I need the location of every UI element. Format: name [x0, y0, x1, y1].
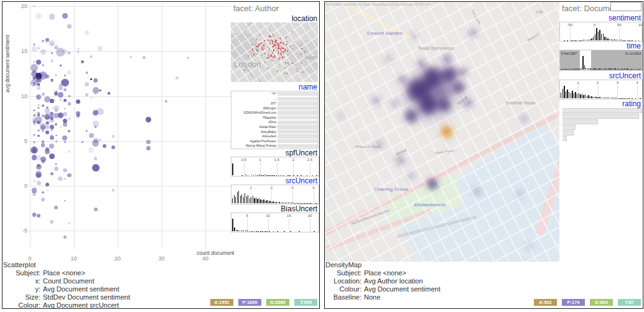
- author-name-list[interactable]: *T*...167360mgm32542HiHoSilverLinin76app…: [231, 91, 319, 149]
- name-field-label[interactable]: name: [299, 83, 317, 91]
- hist-bar: [596, 68, 597, 70]
- hist-bars: [561, 28, 642, 40]
- facet-corner-box[interactable]: [610, 2, 642, 11]
- srcUncert-histogram[interactable]: 1234: [559, 80, 643, 99]
- hist-tick-label: 1: [250, 186, 251, 190]
- srcUncert-histogram[interactable]: 1234: [231, 185, 319, 204]
- scatterplot-canvas[interactable]: 20151050-5010203040: [2, 2, 231, 260]
- hist-bar: [631, 69, 632, 70]
- author-dot: [279, 63, 280, 65]
- density-blob: [337, 112, 345, 121]
- name-list-row[interactable]: 360mgm: [231, 106, 318, 111]
- name-list-label: 167: [231, 101, 278, 105]
- author-dot: [292, 63, 293, 64]
- hist-bar: [274, 202, 275, 203]
- count-badge[interactable]: T:959: [294, 299, 317, 306]
- scatter-point: [54, 206, 58, 209]
- name-list-row[interactable]: 76apples: [231, 115, 318, 120]
- name-list-row[interactable]: Afonelleri: [231, 134, 318, 139]
- scatter-point: [68, 222, 70, 224]
- time-histogram[interactable]: 5 Feb 200711 Jul 2013: [559, 50, 643, 71]
- count-badge[interactable]: P:174: [562, 299, 585, 306]
- author-dot: [279, 59, 280, 60]
- scatter-point: [42, 74, 44, 76]
- name-list-bar: [278, 106, 318, 110]
- scatter-point: [93, 87, 99, 93]
- x-gridline: [118, 3, 118, 249]
- time-field-label[interactable]: time: [627, 42, 641, 50]
- info-key: Subject:: [325, 269, 364, 277]
- hist-bar: [251, 175, 253, 175]
- author-dot: [255, 45, 256, 46]
- density-map-canvas[interactable]: Covent GardenRoyal Opera HouseLSEAldwych…: [325, 2, 559, 262]
- hist-bar: [253, 196, 253, 203]
- y-gridline: [29, 141, 231, 142]
- author-dot: [285, 62, 286, 63]
- name-list-row[interactable]: *T*: [231, 91, 318, 96]
- sentiment-field-label[interactable]: sentiment: [609, 14, 641, 22]
- density-blob: [472, 186, 483, 197]
- author-dot: [276, 47, 277, 48]
- count-badge[interactable]: T:87: [618, 299, 641, 306]
- spfUncert-field-label[interactable]: spfUncert: [286, 149, 317, 157]
- author-location-dots: [231, 22, 318, 82]
- hist-bar: [241, 231, 242, 231]
- scatter-point: [63, 88, 67, 91]
- density-blob: [524, 241, 534, 251]
- name-list-row[interactable]: ...: [231, 96, 318, 101]
- author-dot: [272, 52, 273, 53]
- BiasUncert-field-label[interactable]: BiasUncert: [281, 204, 317, 213]
- densitymap-panel: Covent GardenRoyal Opera HouseLSEAldwych…: [324, 1, 643, 309]
- count-badge[interactable]: D:854: [590, 299, 613, 306]
- name-list-row[interactable]: Abida Mian: [231, 124, 318, 129]
- count-badge[interactable]: A:1551: [210, 299, 233, 306]
- info-row: Subject:Place <none>: [3, 269, 130, 277]
- hist-bar: [580, 68, 581, 70]
- location-field-label[interactable]: location: [292, 14, 317, 23]
- hist-bar: [577, 94, 577, 98]
- hist-bar: [603, 34, 604, 40]
- name-list-row[interactable]: Alping Wang Fulepp: [231, 144, 318, 149]
- name-list-row[interactable]: AgatheThePower: [231, 139, 318, 144]
- scatter-point: [42, 191, 44, 194]
- location-map-thumbnail[interactable]: London South: [231, 22, 318, 82]
- scatter-point: [42, 64, 44, 67]
- scatter-point: [77, 48, 80, 50]
- hist-bar: [574, 93, 574, 98]
- name-list-row[interactable]: 167: [231, 101, 318, 106]
- hist-tick-label: 3: [291, 186, 293, 190]
- author-dot: [260, 34, 261, 35]
- count-badge[interactable]: A:502: [534, 299, 557, 306]
- scatter-point: [94, 208, 98, 211]
- name-list-row[interactable]: A0ne: [231, 120, 318, 125]
- hist-bar: [266, 200, 267, 203]
- rating-bar-chart[interactable]: [562, 108, 642, 142]
- srcUncert-field-label[interactable]: srcUncert: [286, 177, 317, 185]
- name-list-row[interactable]: AdeyBaby: [231, 129, 318, 134]
- scatter-point: [32, 188, 37, 193]
- count-badge[interactable]: D:2669: [266, 299, 289, 306]
- hist-bar: [587, 96, 587, 98]
- scatter-point: [37, 129, 40, 132]
- name-list-bar: [278, 129, 318, 134]
- hist-bar: [579, 93, 579, 98]
- hist-bar: [264, 175, 266, 175]
- name-list-row[interactable]: 32542HiHoSilverLinin: [231, 110, 318, 115]
- author-dot: [288, 63, 289, 65]
- scatter-point: [64, 141, 66, 143]
- count-badge[interactable]: P:1000: [238, 299, 261, 306]
- author-dot: [301, 53, 302, 55]
- BiasUncert-histogram[interactable]: 5101520: [231, 213, 319, 232]
- scatter-point: [45, 121, 50, 125]
- rating-field-label[interactable]: rating: [622, 99, 641, 108]
- hist-bars: [561, 56, 642, 70]
- author-dot: [282, 42, 284, 44]
- y-gridline: [29, 186, 231, 186]
- hist-bar: [293, 203, 294, 203]
- scatter-point: [33, 146, 35, 149]
- scatter-point: [62, 78, 68, 84]
- spfUncert-histogram[interactable]: 0.511.522.5: [231, 157, 319, 177]
- srcUncert-field-label[interactable]: srcUncert: [609, 71, 641, 80]
- info-value: Avg Document sentiment: [43, 285, 119, 293]
- sentiment-histogram[interactable]: -50050100: [559, 22, 643, 42]
